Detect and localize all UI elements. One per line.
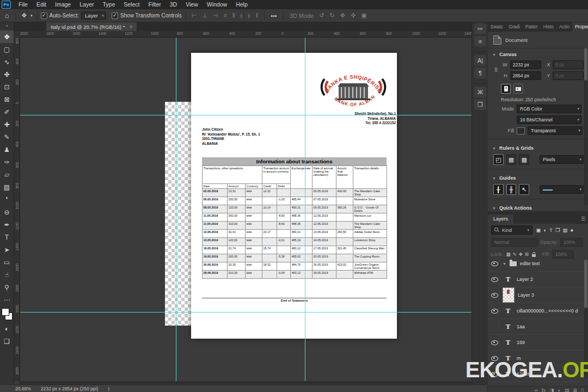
brush-tool[interactable]: ✎ (0, 131, 14, 143)
quick-selection-tool[interactable]: ✤ (0, 68, 14, 81)
bit-depth-select[interactable]: 16 Bits/Channel ▾ (517, 115, 581, 124)
layer-effects-icon[interactable]: fx (542, 387, 546, 392)
align-right-icon[interactable]: ⊣ (210, 12, 221, 19)
distribute-2-icon[interactable]: ⫲ (238, 12, 246, 19)
gradient-tool[interactable]: ▨ (0, 181, 14, 193)
visibility-toggle[interactable] (490, 322, 499, 331)
layer-row[interactable]: Tcilla0000000...<<<<<<<<0 d (488, 303, 584, 319)
filter-pin-icon[interactable]: ● (569, 227, 575, 233)
3d-camera-icon[interactable]: ▣ (358, 12, 369, 19)
close-tab-icon[interactable]: × (129, 24, 132, 30)
tab-swatc[interactable]: Swatc (488, 22, 506, 32)
zoom-tool[interactable]: ⚲ (0, 281, 14, 293)
link-layers-icon[interactable]: ∞ (535, 387, 538, 392)
width-input[interactable]: 2232 px (510, 60, 541, 69)
menu-filter[interactable]: Filter (144, 0, 165, 9)
layers-panel-menu-icon[interactable]: ☰ (581, 215, 588, 224)
character-panel-icon[interactable]: A| (474, 55, 486, 66)
chevron-down-icon[interactable]: ▼ (492, 53, 496, 57)
hand-tool[interactable]: ☝ (0, 268, 14, 281)
horizontal-guide-1[interactable] (20, 115, 471, 115)
align-center-h-icon[interactable]: ⊥ (199, 12, 210, 19)
tab-histo[interactable]: Histo (541, 22, 556, 32)
vertical-ruler[interactable]: 6004002000200400600800100012001400160018… (14, 37, 20, 381)
portrait-orientation-button[interactable] (501, 84, 511, 94)
horizontal-ruler[interactable]: 2000180016001400120010008006004002000200… (14, 31, 471, 38)
shape-tool[interactable]: ▭ (0, 256, 14, 268)
color-swatches[interactable] (0, 308, 14, 322)
home-icon[interactable]: ⌂ (2, 11, 12, 20)
tab-patter[interactable]: Patter (523, 22, 541, 32)
menu-view[interactable]: View (181, 0, 203, 9)
document-tab[interactable]: Italy id.psd @ 20.7% (RGB/16) * × (46, 22, 137, 31)
chevron-down-icon[interactable]: ▼ (503, 262, 506, 266)
distribute-4-icon[interactable]: ‖ (253, 12, 261, 19)
menu-edit[interactable]: Edit (32, 0, 51, 9)
chevron-down-icon[interactable]: ▼ (492, 146, 496, 150)
adjustment-layer-icon[interactable]: ◐ (558, 387, 561, 392)
layer-row[interactable]: TLayer 2 (488, 272, 584, 287)
filter-adjustment-layers-icon[interactable]: ◐ (542, 227, 548, 233)
more-options-icon[interactable]: ••• (268, 13, 280, 19)
visibility-toggle[interactable] (490, 338, 499, 347)
eyedropper-tool[interactable]: ✐ (0, 106, 14, 118)
move-tool-options-icon[interactable]: ✥ (19, 12, 29, 19)
snap-grid-icon[interactable]: ▩ (519, 154, 529, 165)
bank-statement-document[interactable]: BANKA E SHQIPËRISË BANK OF ALBANIA Shesh… (191, 53, 397, 339)
3d-orbit-icon[interactable]: ↺ (316, 12, 327, 19)
lasso-tool[interactable]: ∿ (0, 56, 14, 68)
eraser-tool[interactable]: ▱ (0, 168, 14, 181)
menu-type[interactable]: Type (98, 0, 119, 9)
tab-gradi[interactable]: Gradi (506, 22, 523, 32)
menu-image[interactable]: Image (51, 0, 75, 9)
path-select-tool[interactable]: ➤ (0, 243, 14, 256)
screen-mode-icon[interactable]: ❏ (0, 335, 14, 347)
tab-actio[interactable]: Actio (556, 22, 572, 32)
units-select[interactable]: Pixels▾ (540, 155, 584, 164)
vertical-guide-1[interactable] (176, 37, 176, 381)
layer-row[interactable]: T169 (488, 335, 584, 351)
3d-panel-icon[interactable]: ❒ (474, 99, 486, 110)
glyphs-panel-icon[interactable]: Ж (474, 87, 486, 97)
landscape-orientation-button[interactable] (513, 84, 523, 94)
chevron-down-icon[interactable]: ▼ (492, 206, 496, 210)
menu-file[interactable]: File (14, 0, 32, 9)
layer-row[interactable]: Layer 3 (488, 287, 584, 303)
auto-select-target-dropdown[interactable]: Layer ▾ (81, 11, 106, 20)
blur-tool[interactable]: ❜ (0, 193, 14, 206)
tool-presets-icon[interactable]: ≡ (474, 36, 486, 47)
layer-filter-dropdown[interactable]: Kind ▾ (491, 225, 532, 235)
filter-type-layers-icon[interactable]: T (548, 227, 554, 233)
fill-swatch[interactable] (517, 127, 525, 134)
toggle-grid-icon[interactable]: ▦ (506, 154, 517, 165)
paragraph-panel-icon[interactable]: ¶ (474, 68, 486, 78)
delete-layer-icon[interactable]: ▯ (581, 387, 584, 392)
toolbar-collapse-icon[interactable]: » (0, 22, 14, 30)
new-guides-from-shape-icon[interactable]: ╫ (506, 184, 517, 195)
filter-shape-layers-icon[interactable]: ❒ (554, 227, 562, 233)
visibility-toggle[interactable] (490, 259, 499, 268)
pen-tool[interactable]: ✒ (0, 218, 14, 231)
menu-layer[interactable]: Layer (75, 0, 98, 9)
new-group-icon[interactable]: ▤ (565, 387, 569, 392)
dodge-tool[interactable]: ⊖ (0, 206, 14, 218)
healing-brush-tool[interactable]: ✚ (0, 118, 14, 131)
move-tool[interactable]: ✥ (0, 30, 14, 43)
menu-3d[interactable]: 3D (166, 0, 181, 9)
foreground-color-swatch[interactable] (2, 308, 9, 316)
auto-select-checkbox[interactable]: ✓ (41, 13, 47, 19)
visibility-toggle[interactable] (490, 275, 499, 284)
chevron-down-icon[interactable]: ▼ (492, 176, 496, 180)
show-transform-checkbox[interactable]: ✓ (112, 13, 118, 19)
tab-layers[interactable]: Layers (488, 215, 513, 224)
type-tool[interactable]: T (0, 231, 14, 243)
history-brush-tool[interactable]: ✑ (0, 156, 14, 168)
3d-slide-icon[interactable]: ✜ (348, 12, 358, 19)
layer-row[interactable]: ▼edite text (488, 256, 584, 272)
frame-tool[interactable]: ⊠ (0, 93, 14, 106)
crop-tool[interactable]: ⊡ (0, 81, 14, 93)
filter-pixel-layers-icon[interactable]: ▣ (535, 227, 542, 233)
visibility-toggle[interactable] (490, 307, 499, 315)
quick-mask-icon[interactable]: ◐ (0, 322, 14, 335)
menu-help[interactable]: Help (231, 0, 252, 9)
